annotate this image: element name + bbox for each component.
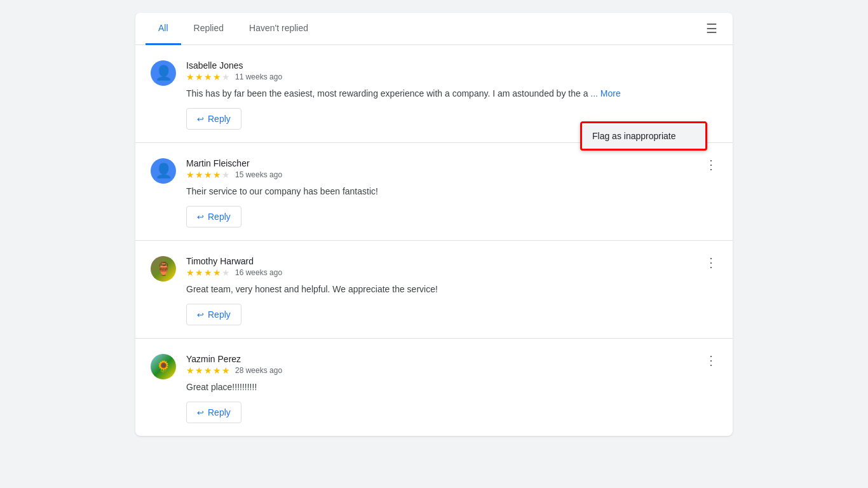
- stars-yazmin: ★ ★ ★ ★ ★: [186, 365, 230, 376]
- star-3: ★: [204, 365, 212, 376]
- review-meta-isabelle: ★ ★ ★ ★ ★ 11 weeks ago: [186, 72, 717, 82]
- reviewer-name-timothy: Timothy Harward: [186, 256, 717, 266]
- review-card-timothy: ⋮ 🏺 Timothy Harward ★ ★ ★ ★ ★ 16 weeks a…: [135, 241, 733, 339]
- star-3: ★: [204, 72, 212, 82]
- avatar-isabelle: 👤: [151, 60, 176, 86]
- star-4: ★: [213, 170, 221, 180]
- review-time-timothy: 16 weeks ago: [235, 268, 282, 277]
- reply-arrow-icon-martin: ↩: [197, 212, 204, 222]
- reviewer-name-yazmin: Yazmin Perez: [186, 354, 717, 364]
- reply-button-timothy[interactable]: ↩ Reply: [186, 304, 241, 325]
- star-3: ★: [204, 170, 212, 180]
- star-1: ★: [186, 365, 194, 376]
- more-options-button-yazmin[interactable]: ⋮: [700, 351, 722, 369]
- review-text-timothy: Great team, very honest and helpful. We …: [186, 283, 717, 296]
- review-header-isabelle: 👤 Isabelle Jones ★ ★ ★ ★ ★ 11 weeks ago …: [151, 60, 717, 130]
- star-5: ★: [222, 365, 230, 376]
- flag-dropdown: Flag as inappropriate: [580, 121, 707, 151]
- review-meta-martin: ★ ★ ★ ★ ★ 15 weeks ago: [186, 170, 717, 180]
- star-2: ★: [195, 72, 203, 82]
- review-meta-yazmin: ★ ★ ★ ★ ★ 28 weeks ago: [186, 365, 717, 376]
- avatar-emoji-yazmin: 🌻: [156, 360, 170, 374]
- star-2: ★: [195, 365, 203, 376]
- reply-arrow-icon: ↩: [197, 114, 204, 124]
- star-5: ★: [222, 268, 230, 278]
- review-text-yazmin: Great place!!!!!!!!!!: [186, 381, 717, 394]
- tab-all[interactable]: All: [146, 13, 181, 45]
- avatar-timothy: 🏺: [151, 256, 176, 281]
- reviews-container: All Replied Haven't replied ☰ 👤 Isabelle…: [135, 13, 733, 436]
- review-card-yazmin: ⋮ 🌻 Yazmin Perez ★ ★ ★ ★ ★ 28 weeks ago: [135, 339, 733, 436]
- more-options-button-timothy[interactable]: ⋮: [700, 254, 722, 271]
- review-text-martin: Their service to our company has been fa…: [186, 185, 717, 198]
- star-2: ★: [195, 170, 203, 180]
- review-header-timothy: 🏺 Timothy Harward ★ ★ ★ ★ ★ 16 weeks ago…: [151, 256, 717, 325]
- star-1: ★: [186, 72, 194, 82]
- stars-isabelle: ★ ★ ★ ★ ★: [186, 72, 230, 82]
- stars-martin: ★ ★ ★ ★ ★: [186, 170, 230, 180]
- star-2: ★: [195, 268, 203, 278]
- avatar-martin: 👤: [151, 158, 176, 184]
- more-options-button-martin[interactable]: ⋮: [700, 156, 722, 173]
- flag-as-inappropriate-option[interactable]: Flag as inappropriate: [582, 123, 705, 149]
- person-icon: 👤: [155, 65, 172, 81]
- tab-havent-replied[interactable]: Haven't replied: [236, 13, 321, 45]
- review-card-martin: ⋮ 👤 Martin Fleischer ★ ★ ★ ★ ★ 15 weeks …: [135, 143, 733, 241]
- star-1: ★: [186, 170, 194, 180]
- star-5: ★: [222, 170, 230, 180]
- flag-dropdown-inner: Flag as inappropriate: [582, 123, 705, 149]
- more-link-isabelle[interactable]: ... More: [590, 88, 620, 98]
- review-header-yazmin: 🌻 Yazmin Perez ★ ★ ★ ★ ★ 28 weeks ago Gr…: [151, 354, 717, 423]
- reply-label-isabelle: Reply: [208, 114, 231, 124]
- star-5: ★: [222, 72, 230, 82]
- avatar-emoji-timothy: 🏺: [156, 261, 172, 276]
- star-4: ★: [213, 365, 221, 376]
- review-time-yazmin: 28 weeks ago: [235, 366, 282, 375]
- review-card-isabelle: 👤 Isabelle Jones ★ ★ ★ ★ ★ 11 weeks ago …: [135, 45, 733, 143]
- star-1: ★: [186, 268, 194, 278]
- reply-label-martin: Reply: [208, 212, 231, 222]
- reply-button-yazmin[interactable]: ↩ Reply: [186, 402, 241, 423]
- review-info-yazmin: Yazmin Perez ★ ★ ★ ★ ★ 28 weeks ago Grea…: [186, 354, 717, 423]
- review-info-timothy: Timothy Harward ★ ★ ★ ★ ★ 16 weeks ago G…: [186, 256, 717, 325]
- star-4: ★: [213, 72, 221, 82]
- reply-arrow-icon-yazmin: ↩: [197, 408, 204, 417]
- review-info-martin: Martin Fleischer ★ ★ ★ ★ ★ 15 weeks ago …: [186, 158, 717, 227]
- review-header-martin: 👤 Martin Fleischer ★ ★ ★ ★ ★ 15 weeks ag…: [151, 158, 717, 227]
- reply-label-timothy: Reply: [208, 309, 231, 320]
- review-info-isabelle: Isabelle Jones ★ ★ ★ ★ ★ 11 weeks ago Th…: [186, 60, 717, 130]
- reply-arrow-icon-timothy: ↩: [197, 310, 204, 320]
- tab-replied[interactable]: Replied: [181, 13, 236, 45]
- star-4: ★: [213, 268, 221, 278]
- review-meta-timothy: ★ ★ ★ ★ ★ 16 weeks ago: [186, 268, 717, 278]
- avatar-yazmin: 🌻: [151, 354, 176, 379]
- filter-icon[interactable]: ☰: [701, 16, 722, 41]
- reviewer-name-isabelle: Isabelle Jones: [186, 60, 717, 71]
- tabs-bar: All Replied Haven't replied ☰: [135, 13, 733, 45]
- reply-label-yazmin: Reply: [208, 407, 231, 417]
- star-3: ★: [204, 268, 212, 278]
- review-text-isabelle: This has by far been the easiest, most r…: [186, 87, 717, 100]
- stars-timothy: ★ ★ ★ ★ ★: [186, 268, 230, 278]
- reply-button-isabelle[interactable]: ↩ Reply: [186, 108, 241, 130]
- review-time-martin: 15 weeks ago: [235, 170, 282, 179]
- review-text-content-isabelle: This has by far been the easiest, most r…: [186, 88, 588, 98]
- person-icon-martin: 👤: [155, 163, 172, 179]
- reply-button-martin[interactable]: ↩ Reply: [186, 206, 241, 227]
- reviewer-name-martin: Martin Fleischer: [186, 158, 717, 168]
- review-time-isabelle: 11 weeks ago: [235, 72, 282, 81]
